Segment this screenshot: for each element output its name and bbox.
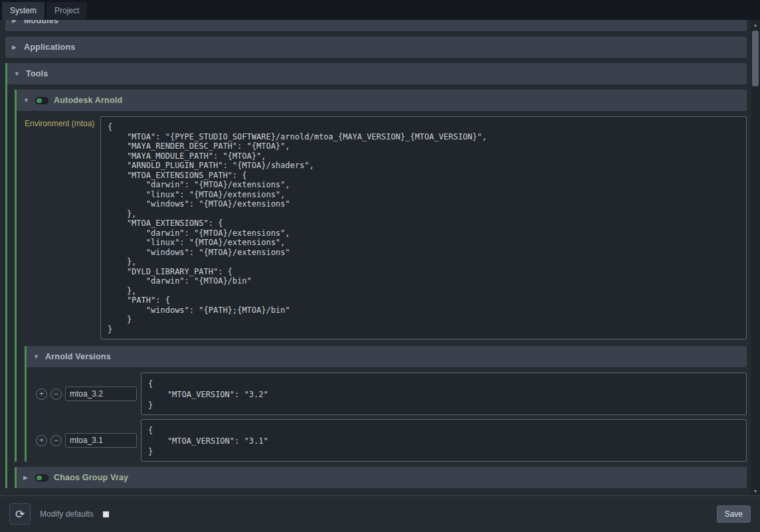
environment-json-editor[interactable]: { "MTOA": "{PYPE_STUDIO_SOFTWARE}/arnold… <box>100 116 747 339</box>
settings-window: System Project ▶ Modules ▶ Applications … <box>0 0 760 532</box>
scroll-up-icon[interactable]: ▲ <box>751 20 760 29</box>
toggle-knob <box>37 98 42 103</box>
version-json-editor[interactable]: { "MTOA_VERSION": "3.1" } <box>141 419 747 462</box>
version-json-editor[interactable]: { "MTOA_VERSION": "3.2" } <box>141 373 747 415</box>
section-label-arnold: Autodesk Arnold <box>54 96 122 105</box>
vertical-scrollbar[interactable]: ▲ ▼ <box>751 20 760 495</box>
chevron-down-icon: ▼ <box>14 70 21 77</box>
settings-main: ▶ Modules ▶ Applications ▼ Tools <box>0 20 760 495</box>
footer-bar: ⟳ Modify defaults Save <box>0 495 760 532</box>
version-row-controls: + − <box>27 387 141 401</box>
environment-row: Environment (mtoa) { "MTOA": "{PYPE_STUD… <box>25 116 747 339</box>
add-version-button[interactable]: + <box>36 435 47 446</box>
remove-version-button[interactable]: − <box>50 435 62 446</box>
section-header-modules[interactable]: ▶ Modules <box>5 20 747 31</box>
toggle-knob <box>37 476 42 480</box>
arnold-versions-group: ▼ Arnold Versions + − <box>25 346 747 462</box>
settings-content: ▶ Modules ▶ Applications ▼ Tools <box>5 20 747 488</box>
versions-body: + − { "MTOA_VERSION": "3.2" } <box>27 373 747 462</box>
chevron-down-icon: ▼ <box>23 97 30 104</box>
tab-project[interactable]: Project <box>46 1 88 20</box>
chevron-down-icon: ▼ <box>33 353 40 360</box>
remove-version-button[interactable]: − <box>50 389 62 400</box>
version-row-controls: + − <box>27 433 141 448</box>
chevron-right-icon: ▶ <box>12 20 19 24</box>
vray-enabled-toggle[interactable] <box>35 474 48 482</box>
tab-bar: System Project <box>0 0 760 20</box>
section-label-tools: Tools <box>26 69 48 78</box>
chevron-right-icon: ▶ <box>23 474 30 481</box>
scrollbar-track[interactable] <box>751 29 760 486</box>
arnold-group: ▼ Autodesk Arnold Environment (mtoa) { "… <box>15 90 747 462</box>
section-header-applications[interactable]: ▶ Applications <box>5 37 747 58</box>
version-key-input[interactable] <box>65 387 137 401</box>
version-row: + − { "MTOA_VERSION": "3.2" } <box>27 373 747 415</box>
section-header-arnold[interactable]: ▼ Autodesk Arnold <box>17 90 747 111</box>
arnold-enabled-toggle[interactable] <box>35 97 48 104</box>
save-button[interactable]: Save <box>717 505 751 523</box>
environment-label: Environment (mtoa) <box>25 116 100 128</box>
section-header-tools[interactable]: ▼ Tools <box>7 63 747 84</box>
modify-defaults-label: Modify defaults <box>40 509 94 519</box>
section-header-vray[interactable]: ▶ Chaos Group Vray <box>15 467 747 488</box>
tools-body: ▼ Autodesk Arnold Environment (mtoa) { "… <box>7 90 747 488</box>
version-key-input[interactable] <box>65 433 137 448</box>
section-header-arnold-versions[interactable]: ▼ Arnold Versions <box>27 346 747 367</box>
section-label-applications: Applications <box>24 43 75 52</box>
scroll-down-icon[interactable]: ▼ <box>751 486 760 495</box>
section-tools-group: ▼ Tools ▼ Autodesk Arnold <box>5 63 747 488</box>
settings-scroll-area: ▶ Modules ▶ Applications ▼ Tools <box>0 20 751 495</box>
section-label-arnold-versions: Arnold Versions <box>45 352 111 361</box>
version-row: + − { "MTOA_VERSION": "3.1" } <box>27 419 747 462</box>
tab-system[interactable]: System <box>1 1 45 20</box>
refresh-button[interactable]: ⟳ <box>9 503 31 525</box>
arnold-body: Environment (mtoa) { "MTOA": "{PYPE_STUD… <box>17 116 747 462</box>
scrollbar-thumb[interactable] <box>752 31 759 86</box>
modify-defaults-checkbox[interactable] <box>103 511 109 517</box>
add-version-button[interactable]: + <box>36 389 47 400</box>
chevron-right-icon: ▶ <box>12 44 19 50</box>
section-label-vray: Chaos Group Vray <box>54 473 128 482</box>
section-label-modules: Modules <box>24 20 58 25</box>
refresh-icon: ⟳ <box>15 507 25 521</box>
